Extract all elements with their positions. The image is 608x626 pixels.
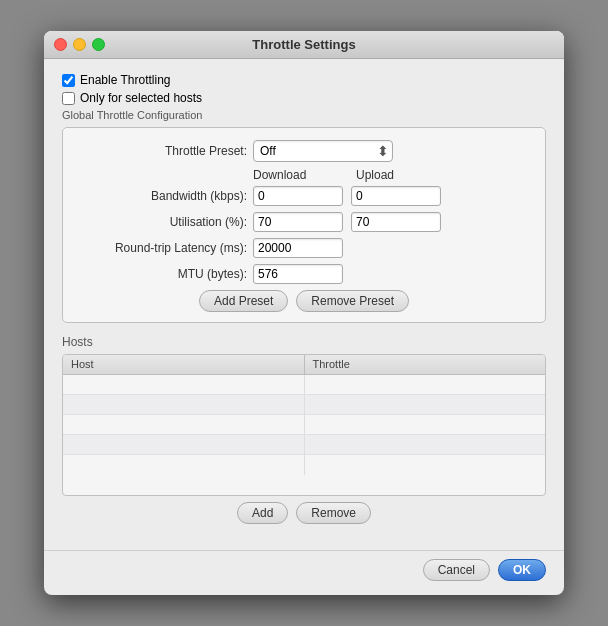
hosts-table: Host Throttle <box>62 354 546 496</box>
enable-throttling-label: Enable Throttling <box>80 73 171 87</box>
throttle-preset-select-wrapper: Off Custom ⬍ <box>253 140 393 162</box>
utilisation-download-input[interactable] <box>253 212 343 232</box>
title-bar: Throttle Settings <box>44 31 564 59</box>
throttle-cell <box>305 455 546 475</box>
host-cell <box>63 395 305 414</box>
utilisation-upload-input[interactable] <box>351 212 441 232</box>
hosts-table-header: Host Throttle <box>63 355 545 375</box>
upload-col-header: Upload <box>356 168 451 182</box>
config-panel: Throttle Preset: Off Custom ⬍ Download U… <box>62 127 546 323</box>
enable-throttling-row: Enable Throttling <box>62 73 546 87</box>
enable-throttling-checkbox[interactable] <box>62 74 75 87</box>
host-cell <box>63 375 305 394</box>
preset-button-row: Add Preset Remove Preset <box>77 290 531 312</box>
host-cell <box>63 435 305 454</box>
window-controls <box>54 38 105 51</box>
throttle-preset-select[interactable]: Off Custom <box>253 140 393 162</box>
add-host-button[interactable]: Add <box>237 502 288 524</box>
window-title: Throttle Settings <box>252 37 355 52</box>
throttle-cell <box>305 435 546 454</box>
hosts-section: Hosts Host Throttle <box>62 335 546 524</box>
bandwidth-download-input[interactable] <box>253 186 343 206</box>
mtu-input[interactable] <box>253 264 343 284</box>
only-selected-hosts-row: Only for selected hosts <box>62 91 546 105</box>
minimize-button[interactable] <box>73 38 86 51</box>
remove-preset-button[interactable]: Remove Preset <box>296 290 409 312</box>
only-selected-hosts-checkbox[interactable] <box>62 92 75 105</box>
latency-label: Round-trip Latency (ms): <box>77 241 247 255</box>
host-col-header: Host <box>63 355 305 374</box>
table-row <box>63 395 545 415</box>
utilisation-row: Utilisation (%): <box>77 212 531 232</box>
bandwidth-label: Bandwidth (kbps): <box>77 189 247 203</box>
utilisation-label: Utilisation (%): <box>77 215 247 229</box>
throttle-cell <box>305 375 546 394</box>
column-headers: Download Upload <box>253 168 531 182</box>
bandwidth-row: Bandwidth (kbps): <box>77 186 531 206</box>
host-cell <box>63 415 305 434</box>
table-row <box>63 455 545 475</box>
throttle-preset-label: Throttle Preset: <box>77 144 247 158</box>
throttle-cell <box>305 395 546 414</box>
bandwidth-upload-input[interactable] <box>351 186 441 206</box>
mtu-row: MTU (bytes): <box>77 264 531 284</box>
bottom-row: Cancel OK <box>44 550 564 595</box>
hosts-table-body <box>63 375 545 495</box>
hosts-label: Hosts <box>62 335 546 349</box>
latency-input[interactable] <box>253 238 343 258</box>
remove-host-button[interactable]: Remove <box>296 502 371 524</box>
add-preset-button[interactable]: Add Preset <box>199 290 288 312</box>
throttle-preset-row: Throttle Preset: Off Custom ⬍ <box>77 140 531 162</box>
only-selected-hosts-label: Only for selected hosts <box>80 91 202 105</box>
ok-button[interactable]: OK <box>498 559 546 581</box>
host-cell <box>63 455 305 475</box>
latency-row: Round-trip Latency (ms): <box>77 238 531 258</box>
maximize-button[interactable] <box>92 38 105 51</box>
global-section-label: Global Throttle Configuration <box>62 109 546 121</box>
close-button[interactable] <box>54 38 67 51</box>
download-col-header: Download <box>253 168 348 182</box>
throttle-settings-window: Throttle Settings Enable Throttling Only… <box>44 31 564 595</box>
mtu-label: MTU (bytes): <box>77 267 247 281</box>
main-content: Enable Throttling Only for selected host… <box>44 59 564 550</box>
hosts-button-row: Add Remove <box>62 502 546 524</box>
cancel-button[interactable]: Cancel <box>423 559 490 581</box>
throttle-cell <box>305 415 546 434</box>
utilisation-inputs <box>253 212 441 232</box>
throttle-col-header: Throttle <box>305 355 546 374</box>
table-row <box>63 415 545 435</box>
bandwidth-inputs <box>253 186 441 206</box>
table-row <box>63 435 545 455</box>
table-row <box>63 375 545 395</box>
